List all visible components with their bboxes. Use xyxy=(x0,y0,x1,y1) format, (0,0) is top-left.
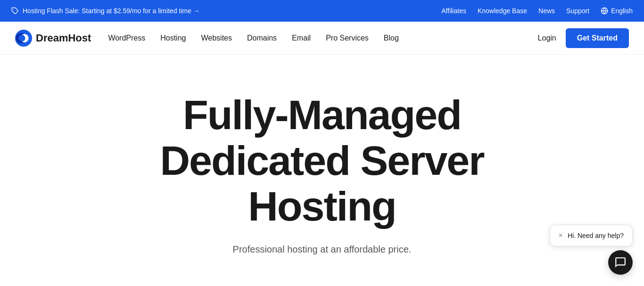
nav-item-pro-services[interactable]: Pro Services xyxy=(326,34,369,42)
chat-icon xyxy=(614,256,627,269)
login-link[interactable]: Login xyxy=(538,34,556,42)
nav-link-email[interactable]: Email xyxy=(292,34,311,42)
globe-icon xyxy=(601,7,608,15)
banner-links: Affiliates Knowledge Base News Support E… xyxy=(441,7,633,15)
knowledge-base-link[interactable]: Knowledge Base xyxy=(478,7,527,15)
nav-link-pro-services[interactable]: Pro Services xyxy=(326,34,369,42)
hero-section: Fully-Managed Dedicated Server Hosting P… xyxy=(0,55,644,286)
nav-item-websites[interactable]: Websites xyxy=(201,34,232,42)
nav-left: DreamHost WordPress Hosting Websites Dom… xyxy=(15,30,399,47)
svg-point-6 xyxy=(18,34,25,41)
nav-item-wordpress[interactable]: WordPress xyxy=(108,34,145,42)
dreamhost-logo-icon xyxy=(15,30,32,47)
nav-link-hosting[interactable]: Hosting xyxy=(160,34,186,42)
banner-promo[interactable]: Hosting Flash Sale: Starting at $2.59/mo… xyxy=(11,7,200,15)
nav-item-blog[interactable]: Blog xyxy=(384,34,399,42)
nav-link-wordpress[interactable]: WordPress xyxy=(108,34,145,42)
language-selector[interactable]: English xyxy=(601,7,633,15)
main-navigation: DreamHost WordPress Hosting Websites Dom… xyxy=(0,22,644,55)
chat-help-bubble: × Hi. Need any help? xyxy=(550,225,633,246)
nav-item-email[interactable]: Email xyxy=(292,34,311,42)
hero-subtitle: Professional hosting at an affordable pr… xyxy=(15,244,629,255)
language-label: English xyxy=(611,7,633,15)
support-link[interactable]: Support xyxy=(566,7,589,15)
tag-icon xyxy=(11,7,19,15)
nav-link-blog[interactable]: Blog xyxy=(384,34,399,42)
nav-links-list: WordPress Hosting Websites Domains Email… xyxy=(108,34,399,42)
top-banner: Hosting Flash Sale: Starting at $2.59/mo… xyxy=(0,0,644,22)
hero-title: Fully-Managed Dedicated Server Hosting xyxy=(157,92,487,229)
chat-open-button[interactable] xyxy=(608,250,633,275)
chat-bubble-text: Hi. Need any help? xyxy=(568,232,624,239)
logo-text: DreamHost xyxy=(36,32,91,44)
nav-link-websites[interactable]: Websites xyxy=(201,34,232,42)
nav-item-hosting[interactable]: Hosting xyxy=(160,34,186,42)
nav-right: Login Get Started xyxy=(538,28,629,48)
chat-close-button[interactable]: × xyxy=(559,232,563,239)
get-started-button[interactable]: Get Started xyxy=(566,28,629,48)
logo-link[interactable]: DreamHost xyxy=(15,30,91,47)
chat-widget: × Hi. Need any help? xyxy=(550,225,633,275)
promo-text: Hosting Flash Sale: Starting at $2.59/mo… xyxy=(23,7,200,15)
affiliates-link[interactable]: Affiliates xyxy=(441,7,466,15)
nav-link-domains[interactable]: Domains xyxy=(247,34,277,42)
nav-item-domains[interactable]: Domains xyxy=(247,34,277,42)
news-link[interactable]: News xyxy=(538,7,555,15)
